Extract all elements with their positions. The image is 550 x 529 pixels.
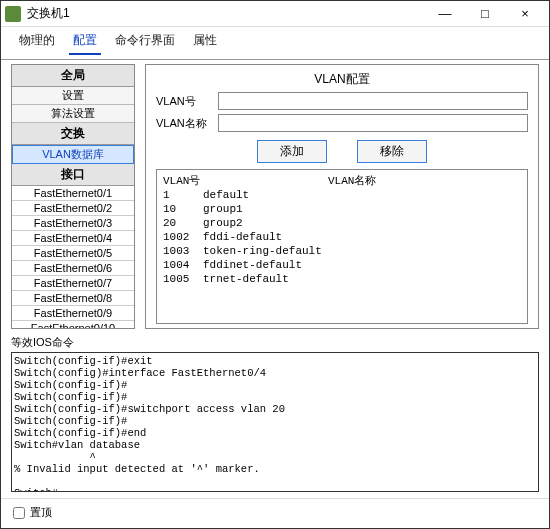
row-vlan-name: VLAN名称 (156, 114, 528, 132)
vlan-rows: 1default10group120group21002fddi-default… (163, 188, 521, 286)
vlan-row-name: group1 (203, 202, 243, 216)
sidebar: 全局 设置 算法设置 交换 VLAN数据库 接口 FastEthernet0/1… (11, 64, 135, 329)
vlan-list-header: VLAN号 VLAN名称 (163, 173, 521, 188)
right-panel: VLAN配置 VLAN号 VLAN名称 添加 移除 VLAN号 VLAN名称 (145, 64, 539, 329)
vlan-row-name: default (203, 188, 249, 202)
vlan-row[interactable]: 1003token-ring-default (163, 244, 521, 258)
sidebar-interface-item[interactable]: FastEthernet0/2 (12, 201, 134, 216)
vlan-row[interactable]: 1004fddinet-default (163, 258, 521, 272)
vlan-row-name: token-ring-default (203, 244, 322, 258)
vlan-row-name: group2 (203, 216, 243, 230)
cli-label: 等效IOS命令 (11, 335, 539, 350)
tab-cli[interactable]: 命令行界面 (111, 29, 179, 55)
sidebar-item-settings[interactable]: 设置 (12, 87, 134, 105)
maximize-button[interactable]: □ (465, 2, 505, 26)
label-vlan-name: VLAN名称 (156, 116, 212, 131)
window-title: 交换机1 (27, 5, 425, 22)
vlan-row-number: 20 (163, 216, 203, 230)
vlan-row[interactable]: 1002fddi-default (163, 230, 521, 244)
sidebar-interface-item[interactable]: FastEthernet0/6 (12, 261, 134, 276)
tab-physical[interactable]: 物理的 (15, 29, 59, 55)
title-bar: 交换机1 — □ × (1, 1, 549, 27)
sidebar-item-algorithm[interactable]: 算法设置 (12, 105, 134, 123)
footer: 置顶 (1, 498, 549, 528)
always-on-top-checkbox[interactable] (13, 507, 25, 519)
sidebar-interface-item[interactable]: FastEthernet0/1 (12, 186, 134, 201)
sidebar-header-global: 全局 (12, 65, 134, 87)
content-area: 全局 设置 算法设置 交换 VLAN数据库 接口 FastEthernet0/1… (1, 60, 549, 498)
close-button[interactable]: × (505, 2, 545, 26)
sidebar-interface-item[interactable]: FastEthernet0/7 (12, 276, 134, 291)
app-icon (5, 6, 21, 22)
vlan-row-number: 1002 (163, 230, 203, 244)
vlan-row-number: 1003 (163, 244, 203, 258)
sidebar-interface-item[interactable]: FastEthernet0/3 (12, 216, 134, 231)
vlan-row-number: 1 (163, 188, 203, 202)
vlan-row-number: 1005 (163, 272, 203, 286)
col-vlan-name: VLAN名称 (328, 173, 376, 188)
sidebar-header-interface: 接口 (12, 164, 134, 186)
vlan-row-name: fddinet-default (203, 258, 302, 272)
input-vlan-number[interactable] (218, 92, 528, 110)
sidebar-interface-item[interactable]: FastEthernet0/8 (12, 291, 134, 306)
vlan-row-name: trnet-default (203, 272, 289, 286)
label-vlan-number: VLAN号 (156, 94, 212, 109)
sidebar-interface-item[interactable]: FastEthernet0/5 (12, 246, 134, 261)
remove-button[interactable]: 移除 (357, 140, 427, 163)
main-tabs: 物理的 配置 命令行界面 属性 (1, 27, 549, 55)
vlan-row-number: 1004 (163, 258, 203, 272)
window-controls: — □ × (425, 2, 545, 26)
cli-output[interactable]: Switch(config-if)#exit Switch(config)#in… (11, 352, 539, 492)
sidebar-interface-item[interactable]: FastEthernet0/9 (12, 306, 134, 321)
panel-title: VLAN配置 (156, 71, 528, 88)
upper-pane: 全局 设置 算法设置 交换 VLAN数据库 接口 FastEthernet0/1… (11, 64, 539, 329)
vlan-row-number: 10 (163, 202, 203, 216)
tab-attributes[interactable]: 属性 (189, 29, 221, 55)
vlan-row-name: fddi-default (203, 230, 282, 244)
input-vlan-name[interactable] (218, 114, 528, 132)
button-row: 添加 移除 (156, 140, 528, 163)
col-vlan-number: VLAN号 (163, 173, 328, 188)
sidebar-header-switch: 交换 (12, 123, 134, 145)
app-window: 交换机1 — □ × 物理的 配置 命令行界面 属性 全局 设置 算法设置 交换… (0, 0, 550, 529)
vlan-row[interactable]: 1005trnet-default (163, 272, 521, 286)
vlan-list[interactable]: VLAN号 VLAN名称 1default10group120group2100… (156, 169, 528, 324)
vlan-row[interactable]: 20group2 (163, 216, 521, 230)
sidebar-interface-item[interactable]: FastEthernet0/4 (12, 231, 134, 246)
vlan-row[interactable]: 10group1 (163, 202, 521, 216)
row-vlan-number: VLAN号 (156, 92, 528, 110)
tab-config[interactable]: 配置 (69, 29, 101, 55)
sidebar-item-vlan-db[interactable]: VLAN数据库 (12, 145, 134, 164)
vlan-row[interactable]: 1default (163, 188, 521, 202)
minimize-button[interactable]: — (425, 2, 465, 26)
sidebar-interface-list: FastEthernet0/1FastEthernet0/2FastEthern… (12, 186, 134, 329)
always-on-top-label: 置顶 (30, 505, 52, 520)
sidebar-interface-item[interactable]: FastEthernet0/10 (12, 321, 134, 329)
add-button[interactable]: 添加 (257, 140, 327, 163)
